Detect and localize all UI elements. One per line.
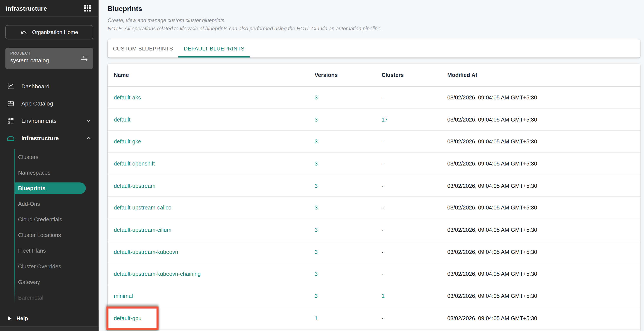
sidebar-item-namespaces[interactable]: Namespaces (0, 165, 98, 180)
sidebar-item-clusters[interactable]: Clusters (0, 149, 98, 165)
organization-home-label: Organization Home (32, 29, 78, 35)
sidebar-item-label: Dashboard (22, 83, 50, 90)
organization-home-button[interactable]: Organization Home (6, 25, 93, 40)
sidebar-item-cloud-credentials[interactable]: Cloud Credentials (0, 212, 98, 227)
clusters-link[interactable]: 17 (376, 116, 441, 122)
blueprints-tabs: CUSTOM BLUEPRINTS DEFAULT BLUEPRINTS (108, 40, 640, 58)
modified-at-value: 03/02/2026, 09:04:05 AM GMT+5:30 (441, 271, 640, 277)
page-note: NOTE: All operations related to lifecycl… (108, 26, 640, 32)
modified-at-value: 03/02/2026, 09:04:05 AM GMT+5:30 (441, 116, 640, 122)
help-button[interactable]: Help (0, 310, 98, 327)
sidebar: Infrastructure Organization Home PROJECT… (0, 0, 98, 331)
blueprints-table: Name Versions Clusters Modified At defau… (108, 64, 640, 331)
sidebar-nav: Dashboard App Catalog (0, 78, 98, 147)
modified-at-value: 03/02/2026, 09:04:05 AM GMT+5:30 (441, 139, 640, 145)
sidebar-item-fleet-plans[interactable]: Fleet Plans (0, 243, 98, 258)
table-row: default 3 17 03/02/2026, 09:04:05 AM GMT… (108, 109, 640, 131)
blueprint-name-link[interactable]: default-aks (114, 94, 141, 100)
sidebar-item-label: Environments (22, 118, 56, 124)
column-header-versions: Versions (308, 72, 375, 78)
sidebar-item-blueprints[interactable]: Blueprints (0, 180, 98, 196)
page-title: Blueprints (108, 5, 640, 13)
modified-at-value: 03/02/2026, 09:04:05 AM GMT+5:30 (441, 293, 640, 299)
infrastructure-submenu: Clusters Namespaces Blueprints Add-Ons C… (0, 149, 98, 305)
versions-link[interactable]: 3 (308, 139, 375, 145)
server-icon (6, 134, 15, 142)
clusters-value: - (376, 139, 441, 145)
versions-link[interactable]: 3 (308, 293, 375, 299)
column-header-clusters: Clusters (376, 72, 441, 78)
tab-default-blueprints[interactable]: DEFAULT BLUEPRINTS (178, 40, 250, 58)
sidebar-item-environments[interactable]: Environments (0, 112, 98, 130)
column-header-modified-at: Modified At (441, 72, 640, 78)
sidebar-item-app-catalog[interactable]: App Catalog (0, 95, 98, 112)
sidebar-item-label: Infrastructure (22, 135, 59, 141)
page-subtitle: Create, view and manage custom cluster b… (108, 18, 640, 24)
table-row: default-gke 3 - 03/02/2026, 09:04:05 AM … (108, 131, 640, 153)
blueprint-name-link[interactable]: default-upstream-calico (114, 205, 171, 211)
table-row: default-upstream 3 - 03/02/2026, 09:04:0… (108, 175, 640, 197)
blueprint-name-link[interactable]: default-upstream-cilium (114, 227, 171, 233)
table-header-row: Name Versions Clusters Modified At (108, 64, 640, 87)
project-selector[interactable]: PROJECT system-catalog (6, 48, 93, 69)
sidebar-item-add-ons[interactable]: Add-Ons (0, 196, 98, 212)
undo-icon (20, 29, 27, 36)
sidebar-title: Infrastructure (6, 5, 47, 12)
table-row: default-upstream-cilium 3 - 03/02/2026, … (108, 219, 640, 241)
versions-link[interactable]: 3 (308, 249, 375, 255)
versions-link[interactable]: 1 (308, 315, 375, 321)
clusters-value: - (376, 271, 441, 277)
versions-link[interactable]: 3 (308, 205, 375, 211)
sidebar-item-cluster-overrides[interactable]: Cluster Overrides (0, 258, 98, 274)
blueprint-name-link[interactable]: default (114, 116, 130, 122)
clusters-value: - (376, 205, 441, 211)
swap-project-icon[interactable] (81, 55, 89, 62)
versions-link[interactable]: 3 (308, 94, 375, 100)
table-row: default-upstream-kubeovn-chaining 3 - 03… (108, 263, 640, 285)
sidebar-footer: Help (0, 310, 98, 331)
modified-at-value: 03/02/2026, 09:04:05 AM GMT+5:30 (441, 227, 640, 233)
sidebar-bottom-strip (0, 327, 98, 331)
chevron-down-icon (86, 118, 91, 123)
clusters-value: - (376, 160, 441, 166)
sidebar-header: Infrastructure (0, 0, 98, 17)
tab-custom-blueprints[interactable]: CUSTOM BLUEPRINTS (108, 40, 178, 58)
clusters-value: - (376, 315, 441, 321)
help-label: Help (16, 315, 28, 321)
ballot-icon (6, 116, 15, 126)
blueprint-name-link[interactable]: default-upstream-kubeovn (114, 249, 178, 255)
versions-link[interactable]: 3 (308, 227, 375, 233)
clusters-value: - (376, 182, 441, 189)
blueprint-name-link[interactable]: default-upstream-kubeovn-chaining (114, 271, 200, 277)
blueprint-name-link[interactable]: default-gke (114, 139, 141, 145)
sidebar-item-cluster-locations[interactable]: Cluster Locations (0, 227, 98, 243)
table-row: default-upstream-kubeovn 3 - 03/02/2026,… (108, 241, 640, 263)
sidebar-item-infrastructure[interactable]: Infrastructure (0, 129, 98, 147)
modified-at-value: 03/02/2026, 09:04:05 AM GMT+5:30 (441, 205, 640, 211)
sidebar-item-dashboard[interactable]: Dashboard (0, 78, 98, 95)
sidebar-item-gateway[interactable]: Gateway (0, 274, 98, 290)
versions-link[interactable]: 3 (308, 116, 375, 122)
versions-link[interactable]: 3 (308, 160, 375, 166)
blueprint-name-link[interactable]: default-openshift (114, 160, 154, 166)
modified-at-value: 03/02/2026, 09:04:05 AM GMT+5:30 (441, 94, 640, 100)
tab-label: DEFAULT BLUEPRINTS (184, 46, 245, 52)
app-screen: Infrastructure Organization Home PROJECT… (0, 0, 644, 331)
modified-at-value: 03/02/2026, 09:04:05 AM GMT+5:30 (441, 160, 640, 166)
blueprint-name-link[interactable]: default-upstream (114, 182, 155, 189)
table-row: default-aks 3 - 03/02/2026, 09:04:05 AM … (108, 87, 640, 109)
column-header-name: Name (108, 72, 308, 78)
blueprint-name-link[interactable]: default-gpu (114, 315, 142, 321)
clusters-link[interactable]: 1 (376, 293, 441, 299)
modified-at-value: 03/02/2026, 09:04:05 AM GMT+5:30 (441, 249, 640, 255)
table-row: default-openshift 3 - 03/02/2026, 09:04:… (108, 153, 640, 175)
clusters-value: - (376, 227, 441, 233)
chevron-up-icon (86, 136, 91, 140)
blueprint-name-link[interactable]: minimal (114, 293, 133, 299)
apps-grid-icon[interactable] (84, 5, 91, 12)
table-row-highlighted: default-gpu 1 - 03/02/2026, 09:04:05 AM … (108, 307, 640, 329)
table-row: default-upstream-calico 3 - 03/02/2026, … (108, 197, 640, 219)
sidebar-item-baremetal[interactable]: Baremetal (0, 290, 98, 305)
versions-link[interactable]: 3 (308, 182, 375, 189)
versions-link[interactable]: 3 (308, 271, 375, 277)
